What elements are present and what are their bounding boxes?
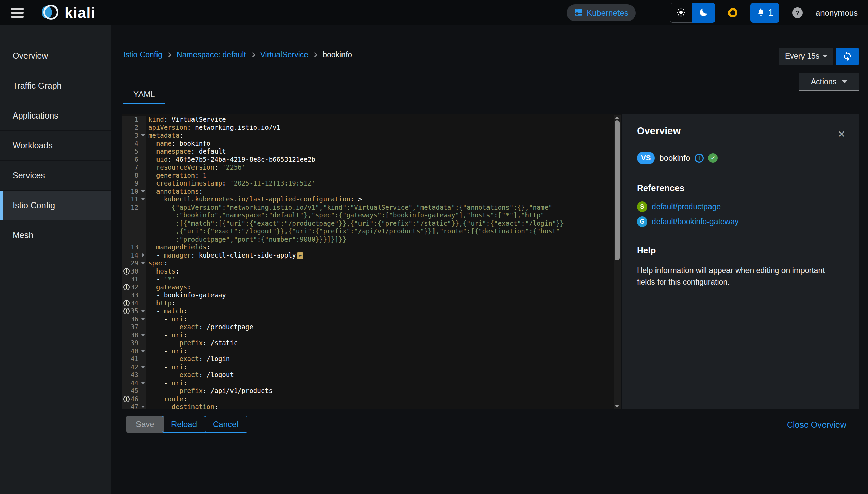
sidebar-item-overview[interactable]: Overview [0, 41, 111, 71]
fold-collapsed-icon[interactable] [142, 253, 144, 257]
code-text: http: [146, 299, 621, 307]
info-icon[interactable]: i [695, 154, 704, 163]
reference-link[interactable]: default/productpage [652, 202, 721, 211]
editor-gutter [122, 235, 146, 244]
editor-line[interactable]: 31 - '*' [122, 275, 621, 283]
help-icon[interactable]: ? [792, 7, 803, 18]
moon-icon [699, 7, 708, 18]
dark-theme-button[interactable] [692, 3, 715, 23]
editor-line[interactable]: 29spec: [122, 259, 621, 267]
editor-line[interactable]: 11 kubectl.kubernetes.io/last-applied-co… [122, 195, 621, 204]
cancel-button[interactable]: Cancel [204, 416, 247, 433]
breadcrumb-link[interactable]: Namespace: default [177, 50, 246, 59]
editor-line[interactable]: i34 http: [122, 299, 621, 307]
editor-line[interactable]: 7 resourceVersion: '2256' [122, 163, 621, 172]
fold-open-icon[interactable] [141, 366, 145, 368]
fold-open-icon[interactable] [141, 134, 145, 137]
editor-line[interactable]: i46 route: [122, 395, 621, 403]
editor-line[interactable]: 3metadata: [122, 131, 621, 140]
editor-line[interactable]: ,{"uri":{"exact":"/logout"}},{"uri":{"pr… [122, 227, 621, 235]
fold-open-icon[interactable] [141, 382, 145, 384]
fold-open-icon[interactable] [141, 334, 145, 336]
editor-line[interactable]: :"bookinfo","namespace":"default"},"spec… [122, 211, 621, 219]
sidebar-item-mesh[interactable]: Mesh [0, 220, 111, 250]
editor-line[interactable]: 36 - uri: [122, 315, 621, 323]
scrollbar-thumb[interactable] [615, 120, 620, 260]
refresh-button[interactable] [836, 48, 859, 65]
editor-gutter: 39 [122, 339, 146, 347]
editor-line[interactable]: 9 creationTimestamp: '2025-11-12T13:19:5… [122, 179, 621, 188]
fold-open-icon[interactable] [141, 406, 145, 408]
light-theme-button[interactable] [670, 3, 692, 23]
editor-line[interactable]: 6 uid: 46f5e7b5-24ba-4219-8e8c-b6653121e… [122, 156, 621, 164]
editor-line[interactable]: 1kind: VirtualService [122, 116, 621, 124]
code-text: - '*' [146, 275, 621, 283]
breadcrumb-link[interactable]: VirtualService [260, 50, 308, 59]
editor-line[interactable]: 5 namespace: default [122, 147, 621, 156]
yaml-editor[interactable]: 1kind: VirtualService2apiVersion: networ… [122, 114, 621, 409]
editor-line[interactable]: 41 exact: /login [122, 355, 621, 363]
editor-line[interactable]: 4 name: bookinfo [122, 140, 621, 148]
fold-open-icon[interactable] [141, 350, 145, 352]
editor-line[interactable]: 44 - uri: [122, 379, 621, 387]
fold-open-icon[interactable] [141, 262, 145, 264]
editor-line[interactable]: i35 - match: [122, 307, 621, 315]
notifications-button[interactable]: 1 [750, 3, 779, 23]
editor-line[interactable]: 43 exact: /logout [122, 371, 621, 379]
reload-button[interactable]: Reload [162, 416, 206, 433]
help-text: Help information will appear when editin… [637, 265, 834, 288]
fold-open-icon[interactable] [141, 318, 145, 320]
breadcrumb-link[interactable]: Istio Config [123, 50, 162, 59]
editor-line[interactable]: i30 hosts: [122, 267, 621, 276]
gutter-info-icon[interactable]: i [123, 268, 130, 275]
editor-line[interactable]: 8 generation: 1 [122, 172, 621, 180]
editor-gutter [122, 227, 146, 235]
sidebar-item-applications[interactable]: Applications [0, 101, 111, 131]
editor-line[interactable]: 40 - uri: [122, 347, 621, 355]
editor-line[interactable]: 2apiVersion: networking.istio.io/v1 [122, 124, 621, 132]
gutter-info-icon[interactable]: i [123, 308, 130, 314]
cluster-badge[interactable]: Kubernetes [567, 4, 636, 21]
fold-open-icon[interactable] [141, 310, 145, 312]
editor-line[interactable]: 38 - uri: [122, 331, 621, 339]
reference-item[interactable]: Gdefault/bookinfo-gateway [637, 216, 844, 227]
reference-link[interactable]: default/bookinfo-gateway [652, 217, 739, 226]
editor-line[interactable]: 13 managedFields: [122, 243, 621, 251]
hamburger-menu-icon[interactable] [11, 8, 24, 18]
close-icon[interactable]: ✕ [837, 129, 845, 140]
editor-line[interactable]: 12 {"apiVersion":"networking.istio.io/v1… [122, 204, 621, 212]
editor-gutter: 38 [122, 331, 146, 339]
sidebar-item-traffic-graph[interactable]: Traffic Graph [0, 71, 111, 101]
editor-line[interactable]: 42 - uri: [122, 363, 621, 371]
close-overview-link[interactable]: Close Overview [787, 420, 846, 430]
editor-line[interactable]: :[{"match":[{"uri":{"exact":"/productpag… [122, 219, 621, 228]
editor-line[interactable]: 37 exact: /productpage [122, 323, 621, 331]
editor-line[interactable]: :"productpage","port":{"number":9080}}}]… [122, 235, 621, 244]
tab-yaml[interactable]: YAML [123, 85, 165, 104]
reference-item[interactable]: Sdefault/productpage [637, 201, 844, 212]
editor-line[interactable]: 45 prefix: /api/v1/products [122, 387, 621, 395]
refresh-interval-select[interactable]: Every 15s [779, 48, 833, 65]
editor-line[interactable]: i32 gateways: [122, 283, 621, 292]
editor-line[interactable]: 47 - destination: [122, 403, 621, 409]
collapsed-code-widget-icon[interactable]: ↔ [297, 252, 303, 259]
gutter-info-icon[interactable]: i [123, 284, 130, 290]
sidebar-item-workloads[interactable]: Workloads [0, 131, 111, 161]
editor-line[interactable]: 10 annotations: [122, 188, 621, 196]
fold-open-icon[interactable] [141, 190, 145, 193]
scroll-up-icon[interactable] [615, 116, 619, 119]
scroll-down-icon[interactable] [615, 405, 619, 408]
editor-line[interactable]: 33 - bookinfo-gateway [122, 291, 621, 299]
editor-scrollbar[interactable] [614, 115, 621, 409]
gutter-info-icon[interactable]: i [123, 396, 130, 402]
sidebar-item-istio-config[interactable]: Istio Config [0, 191, 111, 220]
fold-open-icon[interactable] [141, 198, 145, 200]
line-number: 5 [130, 147, 140, 156]
editor-line[interactable]: 14 - manager: kubectl-client-side-apply↔ [122, 251, 621, 260]
line-number: 44 [130, 379, 140, 387]
gutter-info-icon[interactable]: i [123, 300, 130, 306]
save-button[interactable]: Save [126, 416, 164, 433]
sidebar-item-services[interactable]: Services [0, 161, 111, 191]
editor-line[interactable]: 39 prefix: /static [122, 339, 621, 347]
istio-status-indicator-icon[interactable] [728, 8, 737, 17]
